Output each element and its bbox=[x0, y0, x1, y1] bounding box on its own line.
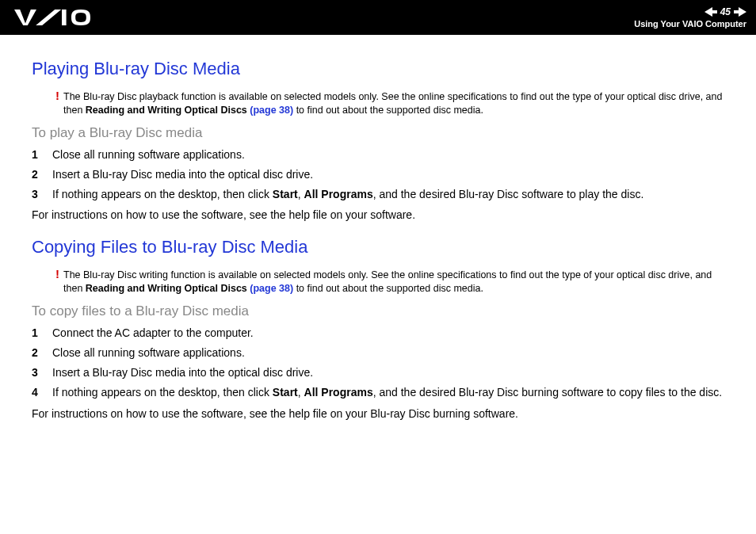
step-number: 4 bbox=[32, 385, 52, 400]
step-text: Insert a Blu-ray Disc media into the opt… bbox=[52, 365, 724, 380]
list-item: 1 Connect the AC adapter to the computer… bbox=[32, 326, 724, 341]
step-number: 1 bbox=[32, 147, 52, 162]
after-note-1: For instructions on how to use the softw… bbox=[32, 208, 724, 223]
svg-marker-1 bbox=[704, 7, 717, 17]
step-text: Close all running software applications. bbox=[52, 147, 724, 162]
page-number: 45 bbox=[719, 6, 732, 17]
step-text: If nothing appears on the desktop, then … bbox=[52, 187, 724, 202]
step3-pre: If nothing appears on the desktop, then … bbox=[52, 188, 273, 200]
warn2-page-link[interactable]: (page 38) bbox=[250, 283, 293, 294]
step-text: Connect the AC adapter to the computer. bbox=[52, 326, 724, 341]
warning-text-2: The Blu-ray Disc writing function is ava… bbox=[63, 269, 724, 296]
step3-b1: Start bbox=[273, 188, 298, 200]
warning-note-2: ! The Blu-ray Disc writing function is a… bbox=[32, 269, 724, 296]
steps-play: 1 Close all running software application… bbox=[32, 147, 724, 202]
svg-rect-0 bbox=[62, 10, 67, 25]
warn1-post: to find out about the supported disc med… bbox=[293, 105, 483, 116]
warning-icon: ! bbox=[55, 88, 59, 104]
step-number: 3 bbox=[32, 187, 52, 202]
step-number: 3 bbox=[32, 365, 52, 380]
header-bar: 45 Using Your VAIO Computer bbox=[0, 0, 756, 35]
subheading-copy: To copy files to a Blu-ray Disc media bbox=[32, 303, 724, 319]
step-number: 2 bbox=[32, 167, 52, 182]
warning-icon: ! bbox=[55, 266, 59, 282]
list-item: 2 Insert a Blu-ray Disc media into the o… bbox=[32, 167, 724, 182]
step-text: Close all running software applications. bbox=[52, 345, 724, 360]
warning-note-1: ! The Blu-ray Disc playback function is … bbox=[32, 90, 724, 117]
warn2-bold: Reading and Writing Optical Discs bbox=[86, 283, 250, 294]
list-item: 2 Close all running software application… bbox=[32, 345, 724, 360]
step3-mid: , bbox=[298, 188, 304, 200]
breadcrumb: Using Your VAIO Computer bbox=[634, 19, 746, 29]
step4-pre: If nothing appears on the desktop, then … bbox=[52, 386, 273, 399]
vaio-logo bbox=[14, 10, 90, 25]
step4-b1: Start bbox=[273, 386, 298, 399]
warn2-post: to find out about the supported disc med… bbox=[293, 283, 483, 294]
list-item: 4 If nothing appears on the desktop, the… bbox=[32, 385, 724, 400]
next-page-icon[interactable] bbox=[734, 7, 746, 17]
step4-b2: All Programs bbox=[304, 386, 373, 399]
step-text: If nothing appears on the desktop, then … bbox=[52, 385, 724, 400]
section-title-copying: Copying Files to Blu-ray Disc Media bbox=[32, 237, 724, 257]
subheading-play: To play a Blu-ray Disc media bbox=[32, 125, 724, 141]
list-item: 3 Insert a Blu-ray Disc media into the o… bbox=[32, 365, 724, 380]
step4-mid: , bbox=[298, 386, 304, 399]
list-item: 3 If nothing appears on the desktop, the… bbox=[32, 187, 724, 202]
step-text: Insert a Blu-ray Disc media into the opt… bbox=[52, 167, 724, 182]
page-content: Playing Blu-ray Disc Media ! The Blu-ray… bbox=[0, 35, 756, 421]
steps-copy: 1 Connect the AC adapter to the computer… bbox=[32, 326, 724, 400]
step4-post: , and the desired Blu-ray Disc burning s… bbox=[373, 386, 722, 399]
warn1-page-link[interactable]: (page 38) bbox=[250, 105, 293, 116]
prev-page-icon[interactable] bbox=[704, 7, 717, 17]
after-note-2: For instructions on how to use the softw… bbox=[32, 406, 724, 421]
warning-text-1: The Blu-ray Disc playback function is av… bbox=[63, 90, 724, 117]
step3-b2: All Programs bbox=[304, 188, 373, 200]
step-number: 2 bbox=[32, 345, 52, 360]
step-number: 1 bbox=[32, 326, 52, 341]
page-nav: 45 bbox=[704, 6, 746, 17]
svg-marker-2 bbox=[734, 7, 746, 17]
header-right: 45 Using Your VAIO Computer bbox=[634, 6, 746, 29]
step3-post: , and the desired Blu-ray Disc software … bbox=[373, 188, 644, 200]
section-title-playing: Playing Blu-ray Disc Media bbox=[32, 59, 724, 79]
warn1-bold: Reading and Writing Optical Discs bbox=[86, 105, 250, 116]
list-item: 1 Close all running software application… bbox=[32, 147, 724, 162]
